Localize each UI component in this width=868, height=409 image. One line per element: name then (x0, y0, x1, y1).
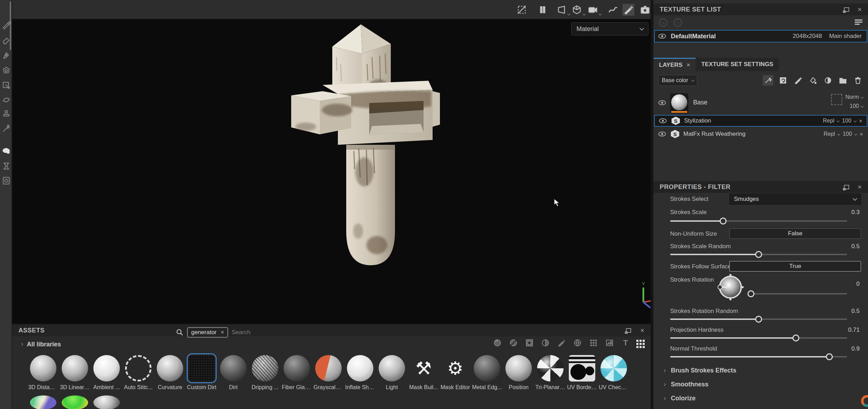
section-brush-strokes-effects[interactable]: Brush Strokes Effects (663, 367, 736, 374)
materials-filter-icon[interactable] (493, 338, 502, 347)
strokes-scale-random-slider[interactable] (670, 254, 847, 255)
blend-mode-value[interactable]: Repl (823, 131, 835, 137)
asset-item[interactable] (92, 395, 122, 409)
alphas-filter-icon[interactable] (589, 338, 598, 347)
mesh-display-icon[interactable] (571, 4, 583, 16)
close-panel-icon[interactable]: × (640, 327, 644, 334)
color-picker-tool-icon[interactable] (2, 124, 11, 133)
stamp-tool-icon[interactable] (2, 109, 11, 118)
add-smart-material-icon[interactable] (823, 75, 833, 86)
asset-thumbnail[interactable]: ⚒ (410, 355, 437, 382)
visibility-eye-icon[interactable] (658, 132, 666, 136)
asset-thumbnail[interactable] (30, 355, 56, 382)
filters-filter-icon[interactable] (541, 338, 550, 347)
textures-filter-icon[interactable] (605, 338, 614, 347)
add-group-folder-icon[interactable] (838, 75, 848, 86)
delete-layer-icon[interactable] (853, 75, 863, 86)
undock-panel-icon[interactable] (844, 7, 849, 12)
add-fill-layer-icon[interactable] (808, 75, 818, 86)
asset-item[interactable]: Position (504, 355, 534, 391)
mask-slot[interactable] (831, 94, 842, 105)
section-colorize[interactable]: Colorize (663, 395, 696, 402)
smart-masks-filter-icon[interactable] (525, 338, 534, 347)
paint-mode-icon[interactable] (622, 4, 634, 16)
add-paint-layer-icon[interactable] (793, 75, 803, 86)
list-options-icon[interactable] (855, 19, 862, 26)
asset-thumbnail[interactable] (30, 395, 56, 409)
texture-set-row[interactable]: DefaultMaterial 2048x2048 Main shader (654, 30, 867, 42)
brushes-filter-icon[interactable] (557, 338, 566, 347)
layer-row-matfx-rust-weathering[interactable]: S MatFx Rust Weathering Repl 100 × (654, 128, 867, 140)
layer-thumbnail[interactable] (670, 93, 688, 113)
asset-thumbnail[interactable]: ⚙ (442, 355, 468, 382)
grid-view-toggle-icon[interactable] (636, 340, 645, 348)
strokes-follow-surface-button[interactable]: True (729, 261, 861, 272)
non-uniform-size-button[interactable]: False (729, 228, 861, 239)
search-placeholder[interactable]: Search (232, 329, 250, 336)
strokes-select-dropdown[interactable]: Smudges (729, 194, 861, 205)
opacity-value[interactable]: 100 (842, 118, 851, 124)
symmetry-disabled-icon[interactable] (516, 4, 528, 16)
link-texture-sets-icon[interactable]: ∞ (659, 18, 667, 27)
asset-item[interactable]: Inflate Shri... (345, 355, 375, 391)
asset-item[interactable]: UV Checker (599, 355, 629, 391)
asset-item[interactable] (28, 395, 58, 409)
camera-view-icon[interactable] (587, 4, 599, 16)
asset-item[interactable]: Ambient ... (92, 355, 122, 391)
perspective-view-icon[interactable] (556, 4, 567, 16)
asset-item[interactable]: 3D Linear ... (60, 355, 90, 391)
layer-row-base[interactable]: Base Norm 100 (653, 91, 868, 114)
visibility-eye-icon[interactable] (659, 118, 667, 123)
environments-filter-icon[interactable] (573, 338, 582, 347)
asset-thumbnail[interactable] (379, 355, 405, 382)
undock-panel-icon[interactable] (626, 328, 631, 333)
opacity-dropdown[interactable]: 100 (845, 102, 863, 111)
export-file-icon[interactable] (2, 176, 11, 185)
asset-thumbnail[interactable] (569, 355, 595, 382)
asset-item[interactable]: Custom Dirt (187, 355, 217, 391)
asset-item[interactable]: UV Border... (567, 355, 597, 391)
normal-threshold-slider[interactable] (670, 356, 847, 357)
asset-thumbnail[interactable] (93, 395, 120, 409)
undock-panel-icon[interactable] (844, 185, 849, 189)
asset-item[interactable]: ⚙Mask Editor (440, 355, 470, 391)
lazy-mouse-icon[interactable] (607, 4, 619, 16)
asset-thumbnail[interactable] (125, 355, 152, 382)
hourglass-icon[interactable] (2, 162, 11, 171)
asset-item[interactable]: Dirt (218, 355, 248, 391)
blend-mode-value[interactable]: Repl (823, 118, 834, 124)
channel-dropdown[interactable]: Base color (658, 75, 697, 86)
paint-brush-tool-icon[interactable] (2, 20, 11, 29)
projection-tool-icon[interactable] (2, 51, 11, 60)
remove-tag-icon[interactable]: × (221, 329, 224, 336)
asset-item[interactable]: Metal Edg... (472, 355, 502, 391)
projection-hardness-slider[interactable] (670, 337, 847, 339)
asset-item[interactable]: 3D Distance (28, 355, 58, 391)
asset-item[interactable]: Fiber Glass... (282, 355, 312, 391)
asset-item[interactable]: Auto Stitc... (123, 355, 153, 391)
3d-viewport[interactable]: Material (12, 19, 651, 324)
viewport-shading-dropdown[interactable]: Material (571, 22, 649, 36)
library-selector[interactable]: All libraries (21, 341, 61, 348)
instantiate-layer-icon[interactable] (778, 75, 788, 86)
screenshot-icon[interactable] (639, 4, 651, 16)
resources-tool-icon[interactable] (2, 146, 11, 155)
strokes-rotation-random-slider[interactable] (670, 318, 847, 320)
polygon-fill-tool-icon[interactable] (2, 66, 11, 75)
assets-search[interactable]: generator × Search (176, 327, 250, 338)
asset-thumbnail[interactable] (347, 355, 373, 382)
add-effect-wand-icon[interactable] (763, 75, 773, 86)
panel-divider[interactable] (651, 0, 653, 409)
opacity-value[interactable]: 100 (843, 131, 852, 137)
asset-thumbnail[interactable] (284, 355, 310, 382)
asset-thumbnail[interactable] (537, 355, 564, 382)
asset-item[interactable]: Dripping ... (250, 355, 280, 391)
strokes-scale-slider[interactable] (670, 220, 847, 222)
visibility-eye-icon[interactable] (658, 100, 666, 105)
strokes-rotation-slider[interactable] (751, 293, 847, 294)
search-tag-chip[interactable]: generator × (187, 327, 228, 338)
asset-thumbnail[interactable] (220, 355, 247, 382)
asset-thumbnail[interactable] (93, 355, 120, 382)
asset-thumbnail[interactable] (62, 355, 88, 382)
asset-thumbnail[interactable] (157, 355, 183, 382)
